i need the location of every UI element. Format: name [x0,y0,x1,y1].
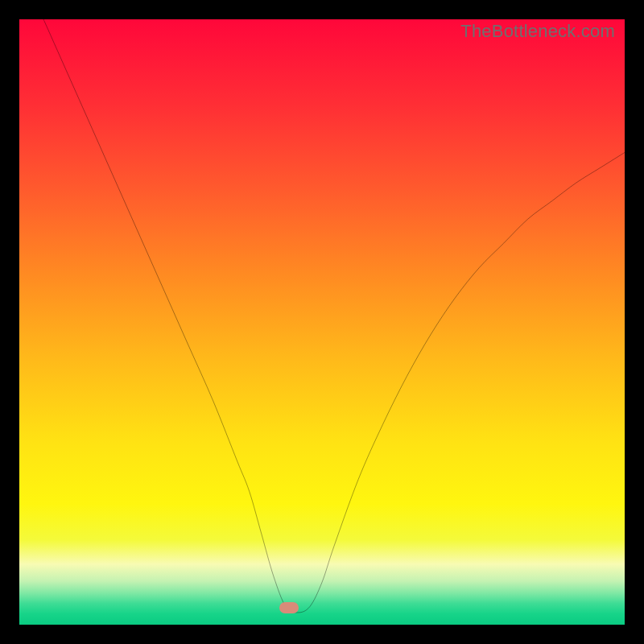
watermark-text: TheBottleneck.com [460,21,615,42]
optimum-marker [279,602,299,613]
plot-area: TheBottleneck.com [19,19,625,625]
chart-frame: TheBottleneck.com [0,0,644,644]
bottleneck-curve [19,19,625,625]
